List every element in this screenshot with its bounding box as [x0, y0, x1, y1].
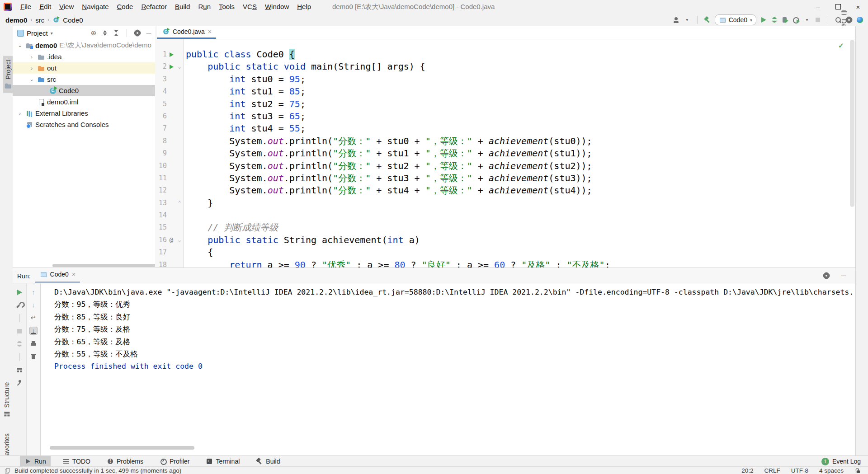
rerun-icon[interactable]	[16, 289, 23, 296]
tool-window-button-terminal[interactable]: Terminal	[201, 456, 244, 467]
down-icon[interactable]: ↓	[30, 301, 37, 309]
inspections-ok-icon[interactable]: ✓	[838, 42, 845, 49]
fold-marker-icon[interactable]: ⌄	[176, 234, 183, 246]
chevron-down-icon[interactable]: ▾	[803, 16, 811, 23]
encoding-widget[interactable]: UTF-8	[791, 467, 808, 474]
tool-window-button-build[interactable]: Build	[251, 456, 284, 467]
debug-icon[interactable]	[771, 16, 778, 23]
tree-row--idea[interactable]: ›.idea	[13, 51, 155, 62]
hide-icon[interactable]: ─	[840, 272, 847, 279]
menu-item-tools[interactable]: Tools	[215, 0, 239, 14]
code-viewport[interactable]: 1public class Code0 {2⌄ public static vo…	[155, 39, 855, 268]
close-button[interactable]: ×	[848, 0, 868, 14]
collapse-all-icon[interactable]	[113, 29, 120, 37]
fold-marker-icon[interactable]: ⌃	[176, 197, 183, 209]
tree-row-out[interactable]: ›out	[13, 62, 155, 74]
pin-icon[interactable]	[16, 379, 23, 386]
menu-item-file[interactable]: File	[16, 0, 35, 14]
tree-row-src[interactable]: ⌄src	[13, 74, 155, 85]
run-tab-code0[interactable]: Code0 ×	[35, 267, 80, 283]
run-line-icon[interactable]	[170, 52, 174, 57]
tree-row-code0[interactable]: Code0	[13, 85, 155, 96]
locate-file-icon[interactable]: ⊕	[90, 29, 97, 37]
coverage-icon[interactable]	[782, 16, 789, 23]
user-icon[interactable]	[673, 16, 680, 23]
menu-item-run[interactable]: Run	[194, 0, 215, 14]
close-icon[interactable]: ×	[72, 271, 75, 278]
tree-twisty-icon[interactable]: ›	[16, 111, 24, 116]
project-pane-title[interactable]: Project	[27, 29, 48, 37]
breadcrumb-item-src[interactable]: src	[35, 16, 44, 24]
settings-gear-icon[interactable]	[134, 29, 141, 37]
tree-twisty-icon[interactable]: ›	[28, 54, 35, 60]
run-settings-icon[interactable]	[16, 301, 23, 309]
minimize-button[interactable]: –	[808, 0, 828, 14]
tree-row-external-libraries[interactable]: ›External Libraries	[13, 108, 155, 119]
expand-all-icon[interactable]	[101, 29, 108, 37]
gutter-cell[interactable]	[167, 61, 176, 73]
stop-icon[interactable]	[814, 16, 821, 23]
tool-window-tab-structure[interactable]: Structure	[2, 379, 12, 422]
tree-row-demo0-iml[interactable]: demo0.iml	[13, 96, 155, 108]
chevron-down-icon[interactable]: ▾	[51, 31, 53, 36]
tool-window-button-run[interactable]: Run	[20, 456, 51, 467]
clear-icon[interactable]	[30, 353, 37, 360]
tool-window-button-profiler[interactable]: Profiler	[155, 456, 194, 467]
console-output[interactable]: D:\Java\JDK\bin\java.exe "-javaagent:D:\…	[41, 283, 855, 456]
editor-area[interactable]: Code0.java × 1public class Code0 {2⌄ pub…	[155, 26, 855, 268]
restart-debug-icon[interactable]	[16, 340, 23, 347]
editor-vertical-scrollbar[interactable]	[850, 40, 854, 207]
project-horizontal-scrollbar[interactable]	[52, 264, 156, 267]
menu-item-vcs[interactable]: VCS	[239, 0, 261, 14]
console-horizontal-scrollbar[interactable]	[50, 446, 194, 450]
run-config-selector[interactable]: Code0▾	[715, 14, 756, 25]
close-icon[interactable]: ×	[208, 28, 212, 35]
settings-gear-icon[interactable]	[823, 272, 830, 279]
gutter-cell[interactable]: @	[167, 234, 176, 246]
scroll-end-icon[interactable]: ↓	[29, 327, 38, 335]
print-icon[interactable]	[30, 340, 37, 347]
run-play-icon[interactable]	[760, 16, 767, 23]
layout-icon[interactable]	[16, 366, 23, 374]
stop-icon[interactable]	[16, 328, 23, 335]
event-log-button[interactable]: 1 Event Log	[821, 458, 868, 465]
soft-wrap-icon[interactable]: ↵	[30, 314, 37, 321]
line-separator-widget[interactable]: CRLF	[764, 467, 780, 474]
breadcrumb-item-demo0[interactable]: demo0	[5, 16, 27, 24]
indent-widget[interactable]: 4 spaces	[819, 467, 844, 474]
fold-marker-icon[interactable]: ⌄	[176, 61, 183, 73]
sphere-icon[interactable]	[856, 16, 863, 23]
profiler-run-icon[interactable]	[793, 16, 800, 23]
run-line-icon[interactable]	[170, 65, 174, 69]
up-icon[interactable]: ↑	[30, 289, 37, 296]
menu-item-build[interactable]: Build	[171, 0, 194, 14]
menu-item-edit[interactable]: Edit	[35, 0, 55, 14]
tree-twisty-icon[interactable]: ›	[28, 66, 35, 71]
tool-window-button-label: Run	[34, 458, 46, 465]
status-message[interactable]: Build completed successfully in 1 sec, 4…	[14, 467, 181, 474]
chevron-down-icon[interactable]: ▾	[684, 16, 691, 23]
menu-item-help[interactable]: Help	[293, 0, 315, 14]
hammer-icon[interactable]	[704, 16, 711, 23]
gutter-cell[interactable]	[167, 48, 176, 61]
tree-row-scratches-and-consoles[interactable]: Scratches and Consoles	[13, 119, 155, 130]
breadcrumb-item-Code0[interactable]: Code0	[63, 16, 83, 24]
menu-item-refactor[interactable]: Refactor	[137, 0, 171, 14]
tool-window-tab-project[interactable]: Project	[3, 56, 13, 93]
tool-window-button-todo[interactable]: TODO	[58, 456, 95, 467]
menu-item-code[interactable]: Code	[113, 0, 137, 14]
caret-position-widget[interactable]: 20:2	[741, 467, 753, 474]
lock-icon[interactable]	[855, 468, 861, 474]
hide-icon[interactable]: ─	[145, 29, 152, 37]
title-bar: FileEditViewNavigateCodeRefactorBuildRun…	[0, 0, 868, 14]
menu-item-view[interactable]: View	[55, 0, 78, 14]
fold-marker-icon	[176, 122, 183, 135]
tree-twisty-icon[interactable]: ⌄	[28, 76, 35, 82]
tool-window-button-problems[interactable]: Problems	[102, 456, 148, 467]
menu-item-window[interactable]: Window	[261, 0, 293, 14]
tree-row-demo0[interactable]: ⌄demo0E:\农大\Java\demoCode\demo	[13, 40, 155, 51]
editor-tab-code0[interactable]: Code0.java ×	[157, 26, 216, 39]
menu-item-navigate[interactable]: Navigate	[78, 0, 113, 14]
tree-twisty-icon[interactable]: ⌄	[16, 42, 24, 48]
code-text	[183, 209, 186, 221]
